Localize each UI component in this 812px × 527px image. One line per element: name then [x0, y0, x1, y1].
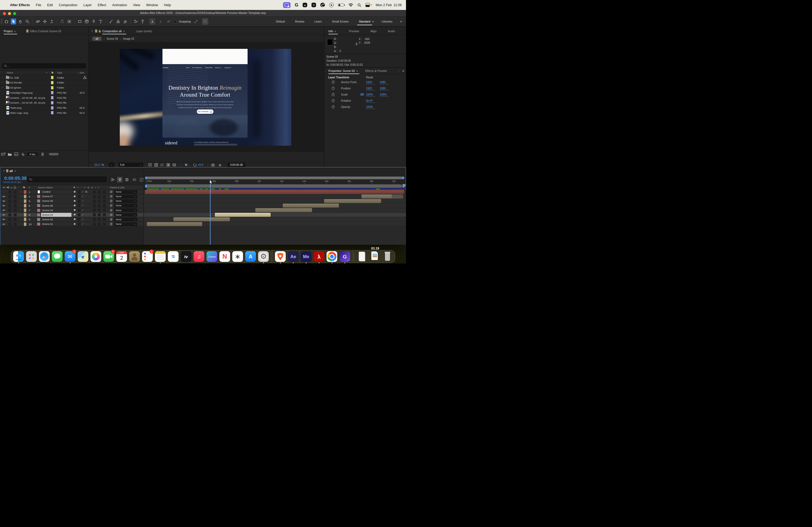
- layer-collapse-cell[interactable]: [77, 191, 81, 194]
- tab-info[interactable]: Info≡: [329, 30, 338, 33]
- dock-reminders[interactable]: 1: [142, 250, 153, 263]
- parent-pickwhip-icon[interactable]: @: [110, 218, 113, 221]
- layer-switch-cell[interactable]: [98, 191, 101, 194]
- layer-duration-bar[interactable]: [283, 204, 339, 208]
- layer-switch-cell[interactable]: [103, 200, 106, 202]
- layer-twirl-icon[interactable]: ›: [20, 218, 21, 220]
- layer-quality-icon[interactable]: ⟋: [82, 204, 84, 207]
- layer-name[interactable]: Control: [41, 190, 71, 194]
- center-comp-button[interactable]: [202, 18, 208, 25]
- snapping-checkbox[interactable]: [173, 20, 176, 23]
- show-snapshot-icon[interactable]: [218, 162, 222, 167]
- layer-duration-bar[interactable]: [324, 199, 381, 203]
- menubar-clock[interactable]: Mon 2 Feb 11:06: [376, 3, 402, 7]
- menu-animation[interactable]: Animation: [109, 3, 130, 7]
- home-tool[interactable]: [4, 18, 9, 25]
- layer-name[interactable]: Scene 04: [41, 208, 71, 212]
- composition-mini-flowchart-icon[interactable]: [110, 177, 115, 182]
- pen-tool[interactable]: [91, 18, 97, 25]
- parent-pickwhip-icon[interactable]: @: [110, 204, 113, 207]
- layer-eye-icon[interactable]: [2, 223, 5, 226]
- puppet-pin-tool[interactable]: [140, 18, 145, 25]
- layer-duration-bar[interactable]: [173, 217, 230, 221]
- delete-item-icon[interactable]: [41, 152, 44, 156]
- property-value[interactable]: 100%: [366, 105, 375, 109]
- layer-shy-icon[interactable]: ⚉: [74, 218, 76, 221]
- dock-safari[interactable]: [39, 250, 50, 263]
- dock-launchpad[interactable]: [26, 250, 37, 263]
- menu-view[interactable]: View: [130, 3, 143, 7]
- layer-collapse-cell[interactable]: [77, 200, 81, 202]
- parent-pickwhip-icon[interactable]: @: [110, 190, 113, 193]
- parent-link-dropdown[interactable]: None⌄: [114, 209, 137, 212]
- fast-preview-icon[interactable]: [148, 163, 152, 167]
- layer-switch-cell[interactable]: [98, 209, 101, 212]
- comp-timecode[interactable]: 0:00:05:38: [228, 163, 245, 167]
- layer-eye-icon[interactable]: [2, 200, 5, 203]
- layer-switch-cell[interactable]: [98, 200, 101, 202]
- layer-collapse-cell[interactable]: [77, 195, 81, 198]
- dock-canva[interactable]: Canva: [206, 250, 218, 263]
- dock-appletv[interactable]: tv: [180, 250, 192, 263]
- dock-maps[interactable]: ▶: [77, 250, 89, 263]
- pan-camera-tool[interactable]: [42, 18, 47, 25]
- project-item-name[interactable]: screenc...-02-02-09_49_42.png: [10, 96, 45, 99]
- layer-lock-cell[interactable]: [14, 200, 17, 202]
- orbit-camera-tool[interactable]: [35, 18, 41, 25]
- layer-collapse-cell[interactable]: [77, 223, 81, 226]
- layer-name[interactable]: Scene 06: [41, 199, 71, 203]
- track-lane[interactable]: [144, 199, 406, 203]
- stopwatch-icon[interactable]: [331, 86, 335, 91]
- dock-chatgpt[interactable]: ∗: [232, 250, 244, 263]
- label-chip[interactable]: [51, 111, 54, 114]
- channel-rgb-icon[interactable]: ⌄: [184, 162, 190, 167]
- twirl-icon[interactable]: ›: [2, 81, 3, 84]
- close-comp-tab-icon[interactable]: ×: [89, 30, 94, 32]
- shape-tool[interactable]: [84, 18, 89, 25]
- layer-switch-cell[interactable]: [93, 204, 96, 207]
- hand-tool[interactable]: [18, 18, 23, 25]
- snap-diagonal-icon[interactable]: [193, 18, 199, 25]
- stopwatch-icon[interactable]: [331, 105, 335, 109]
- rotation-tool[interactable]: [60, 18, 65, 25]
- dock-facetime[interactable]: 5: [103, 250, 115, 263]
- menu-help[interactable]: Help: [161, 3, 174, 7]
- parent-link-dropdown[interactable]: None⌄: [114, 223, 137, 226]
- selection-tool[interactable]: [11, 18, 16, 25]
- magnification-value[interactable]: 33.3: [95, 162, 100, 167]
- link-scale-icon[interactable]: [360, 93, 364, 96]
- panel-overflow-icon[interactable]: »: [400, 69, 406, 73]
- wifi-icon[interactable]: [349, 2, 353, 8]
- layer-switch-cell[interactable]: [98, 223, 101, 226]
- layer-label-chip[interactable]: [24, 209, 26, 212]
- dock-appstore[interactable]: A: [245, 250, 257, 263]
- layer-lock-cell[interactable]: [14, 209, 17, 212]
- dock-gemini[interactable]: G: [339, 250, 351, 263]
- layer-shy-icon[interactable]: ⚉: [74, 209, 76, 211]
- snap-vertex-icon[interactable]: [149, 18, 155, 25]
- parent-link-dropdown[interactable]: None⌄: [114, 217, 137, 221]
- tab-effect-controls[interactable]: Effect Controls Scene 03: [30, 30, 61, 33]
- workspace-libraries[interactable]: Libraries: [376, 17, 397, 26]
- tab-audio[interactable]: Audio: [388, 30, 395, 33]
- magnification-dropdown[interactable]: ⌄: [109, 163, 114, 167]
- layer-shy-icon[interactable]: ⚉: [74, 223, 76, 225]
- layer-switch-cell[interactable]: [103, 195, 106, 198]
- interpret-footage-icon[interactable]: [1, 152, 5, 156]
- tab-composition-all[interactable]: Composition all≡: [102, 30, 126, 33]
- transparency-grid-icon[interactable]: [155, 163, 158, 167]
- dock-acrobat[interactable]: λ: [313, 250, 325, 263]
- tab-preview[interactable]: Preview: [349, 30, 359, 33]
- brush-tool[interactable]: [108, 18, 114, 25]
- stopwatch-icon[interactable]: [331, 93, 335, 97]
- layer-quality-icon[interactable]: ⟋: [82, 209, 84, 212]
- layer-label-chip[interactable]: [24, 199, 26, 203]
- parent-pickwhip-icon[interactable]: @: [110, 199, 113, 202]
- parent-link-dropdown[interactable]: None⌄: [114, 204, 137, 207]
- property-value[interactable]: 1080: [380, 87, 389, 90]
- toolbar-grip[interactable]: [1, 19, 2, 24]
- layer-twirl-icon[interactable]: ›: [20, 223, 21, 225]
- project-row[interactable]: screenc...-02-02-09_49_42.pngPNG file: [0, 95, 88, 100]
- dock-news[interactable]: N: [219, 250, 231, 263]
- layer-label-chip[interactable]: [24, 204, 26, 207]
